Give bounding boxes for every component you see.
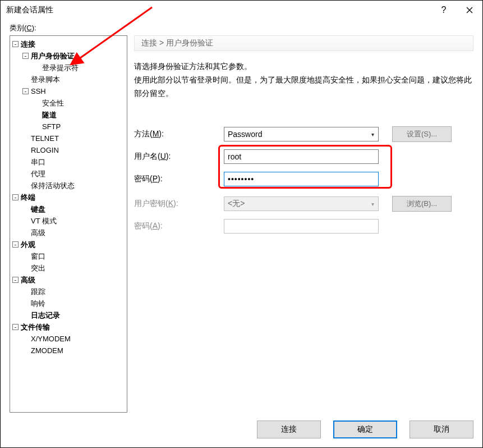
category-label: 类别(C): [10,23,473,33]
footer-buttons: 连接 确定 取消 [10,413,473,438]
username-input[interactable] [224,149,379,164]
window-title: 新建会话属性 [6,5,431,15]
category-hotkey: C [26,24,31,32]
label-userkey: 用户密钥(K): [134,199,224,209]
row-username: 用户名(U): [134,148,473,165]
dialog-window: 新建会话属性 ? 类别(C): -连接 -用户身份验证 [0,0,483,448]
tree-node-keepalive[interactable]: 保持活动状态 [21,180,127,191]
dialog-body: 类别(C): -连接 -用户身份验证 登录提示符 [1,20,482,447]
ok-button[interactable]: 确定 [333,420,397,438]
tree-node-security[interactable]: 安全性 [33,97,127,109]
close-icon [466,7,473,13]
content-pane: 连接 > 用户身份验证 请选择身份验证方法和其它参数。 使用此部分以节省登录时间… [134,35,473,413]
password-input[interactable] [224,172,379,186]
collapse-icon[interactable]: - [22,88,29,94]
label-password: 密码(P): [134,174,224,184]
row-password: 密码(P): [134,171,473,188]
label-password2: 密码(A): [134,221,224,231]
password2-input [224,219,379,234]
help-button[interactable]: ? [431,1,457,20]
tree-node-appearance[interactable]: -外观 窗口 突出 [11,239,127,274]
tree-node-login-prompt[interactable]: 登录提示符 [33,62,127,74]
instructions: 请选择身份验证方法和其它参数。 使用此部分以节省登录时间。但是，为了最大限度地提… [134,60,473,100]
cancel-button[interactable]: 取消 [410,420,473,438]
tree-node-advanced[interactable]: -高级 跟踪 响铃 日志记录 [11,274,127,321]
tree-node-ssh[interactable]: -SSH 安全性 隧道 SFTP [21,85,127,132]
tree-node-xymodem[interactable]: X/YMODEM [21,333,127,345]
category-label-text: 类别 [10,24,24,32]
collapse-icon[interactable]: - [22,53,29,59]
tree-node-sftp[interactable]: SFTP [33,121,127,132]
panes: -连接 -用户身份验证 登录提示符 登录脚本 -SSH [10,35,473,413]
connect-button[interactable]: 连接 [257,420,321,438]
userkey-select [224,196,379,211]
tree-node-zmodem[interactable]: ZMODEM [21,345,127,356]
tree-node-auth[interactable]: -用户身份验证 登录提示符 [21,50,127,74]
tree-node-highlight[interactable]: 突出 [21,262,127,274]
category-tree[interactable]: -连接 -用户身份验证 登录提示符 登录脚本 -SSH [10,35,127,413]
tree-node-filetransfer[interactable]: -文件传输 X/YMODEM ZMODEM [11,321,127,356]
instructions-line2: 使用此部分以节省登录时间。但是，为了最大限度地提高安全性，如果担心安全问题，建议… [134,74,473,100]
collapse-icon[interactable]: - [12,41,19,47]
tree-node-tunnel[interactable]: 隧道 [33,109,127,121]
collapse-icon[interactable]: - [12,324,19,330]
form: 方法(M): ▾ 设置(S)... 用户名(U): 密码(P): [134,126,473,240]
breadcrumb: 连接 > 用户身份验证 [134,35,473,51]
tree-node-advanced-t[interactable]: 高级 [21,227,127,239]
tree-node-rlogin[interactable]: RLOGIN [21,144,127,156]
tree-node-vt[interactable]: VT 模式 [21,215,127,227]
tree-node-terminal[interactable]: -终端 键盘 VT 模式 高级 [11,191,127,239]
settings-button[interactable]: 设置(S)... [392,126,452,142]
row-userkey: 用户密钥(K): ▾ 浏览(B)... [134,195,473,212]
tree-node-logging[interactable]: 日志记录 [21,309,127,321]
tree-node-window[interactable]: 窗口 [21,250,127,262]
tree-node-connection[interactable]: -连接 -用户身份验证 登录提示符 登录脚本 -SSH [11,38,127,191]
row-password2: 密码(A): [134,218,473,235]
tree-node-proxy[interactable]: 代理 [21,168,127,180]
tree-node-bell[interactable]: 响铃 [21,298,127,309]
collapse-icon[interactable]: - [12,194,19,200]
instructions-line1: 请选择身份验证方法和其它参数。 [134,60,473,74]
close-button[interactable] [457,1,482,20]
row-method: 方法(M): ▾ 设置(S)... [134,126,473,143]
label-username: 用户名(U): [134,152,224,162]
tree-node-trace[interactable]: 跟踪 [21,286,127,298]
method-select[interactable] [224,127,379,141]
title-bar: 新建会话属性 ? [1,1,482,20]
tree-node-login-script[interactable]: 登录脚本 [21,74,127,85]
browse-button[interactable]: 浏览(B)... [392,196,452,212]
tree-node-telnet[interactable]: TELNET [21,132,127,144]
collapse-icon[interactable]: - [12,277,19,283]
collapse-icon[interactable]: - [12,241,19,248]
label-method: 方法(M): [134,129,224,139]
tree-node-keyboard[interactable]: 键盘 [21,203,127,215]
tree-node-serial[interactable]: 串口 [21,156,127,168]
